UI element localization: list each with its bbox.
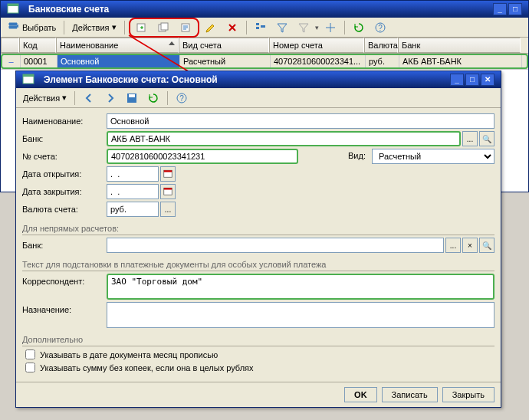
- grid-col-bank[interactable]: Банк: [398, 38, 521, 53]
- indirect-bank-label: Банк:: [22, 241, 107, 250]
- indirect-bank-input[interactable]: [107, 238, 444, 253]
- svg-rect-13: [23, 74, 34, 77]
- close-button[interactable]: Закрыть: [442, 387, 495, 402]
- svg-rect-7: [256, 27, 259, 29]
- grid-row[interactable]: – 00001 Основной Расчетный 4070281060002…: [1, 54, 528, 69]
- dialog-title: Элемент Банковские счета: Основной: [44, 74, 218, 85]
- delete-button[interactable]: [222, 19, 242, 36]
- ok-button[interactable]: OK: [344, 387, 377, 402]
- type-label: Вид:: [343, 149, 370, 164]
- correspondent-input[interactable]: [107, 274, 495, 300]
- indirect-bank-select-button[interactable]: ...: [445, 238, 461, 253]
- row-account: 40702810600023341...: [271, 55, 366, 67]
- open-date-label: Дата открытия:: [22, 169, 107, 179]
- row-type: Расчетный: [180, 55, 271, 67]
- svg-rect-4: [161, 23, 168, 30]
- dialog-help-button[interactable]: ?: [172, 90, 192, 107]
- svg-text:?: ?: [378, 24, 383, 32]
- grid-col-marker[interactable]: [1, 38, 19, 53]
- parent-title: Банковские счета: [28, 4, 109, 15]
- grid-col-account[interactable]: Номер счета: [269, 38, 364, 53]
- parent-titlebar: Банковские счета _ □: [1, 1, 528, 18]
- currency-input[interactable]: [107, 202, 159, 217]
- bank-input[interactable]: [107, 131, 461, 146]
- grid-header: Код Наименование Вид счета Номер счета В…: [1, 38, 528, 54]
- close-date-label: Дата закрытия:: [22, 187, 107, 196]
- grid-col-code[interactable]: Код: [19, 38, 56, 53]
- dialog-toolbar: Действия ▾ ?: [16, 88, 501, 108]
- account-input[interactable]: [107, 149, 298, 164]
- dialog-minimize-button[interactable]: _: [450, 74, 464, 86]
- dialog-titlebar: Элемент Банковские счета: Основной _ □ ✕: [16, 71, 501, 88]
- prev-button[interactable]: [79, 90, 99, 107]
- window-icon: [7, 2, 24, 17]
- next-button[interactable]: [100, 90, 120, 107]
- select-button[interactable]: Выбрать: [4, 19, 60, 36]
- dialog-window: Элемент Банковские счета: Основной _ □ ✕…: [15, 71, 501, 408]
- edit-button[interactable]: [201, 19, 221, 36]
- dialog-close-button[interactable]: ✕: [481, 74, 495, 86]
- copy-button[interactable]: [176, 19, 196, 36]
- section-subst: Текст для подстановки в платежные докуме…: [22, 255, 495, 271]
- parent-toolbar: Выбрать Действия ▾ ▾ ?: [1, 18, 528, 38]
- filter-button[interactable]: [272, 19, 292, 36]
- toolbar-separator: [246, 21, 247, 34]
- move-button[interactable]: [320, 19, 340, 36]
- dialog-button-bar: OK Записать Закрыть: [16, 382, 501, 407]
- sort-asc-icon: [169, 41, 175, 45]
- no-kopecks-checkbox[interactable]: [25, 363, 35, 372]
- close-date-picker[interactable]: [160, 184, 176, 199]
- svg-rect-1: [8, 4, 18, 6]
- open-date-input[interactable]: [107, 166, 159, 182]
- calendar-icon: [163, 186, 172, 195]
- close-date-input[interactable]: [107, 184, 159, 199]
- filter-off-button[interactable]: [294, 19, 314, 36]
- dialog-icon: [22, 73, 39, 87]
- grid-col-currency[interactable]: Валюта: [364, 38, 398, 53]
- toolbar-separator: [167, 91, 168, 105]
- refresh-button[interactable]: [349, 19, 369, 36]
- row-currency: руб.: [366, 55, 399, 67]
- toolbar-edit-group: [129, 18, 199, 38]
- dialog-maximize-button[interactable]: □: [465, 74, 479, 86]
- bank-select-button[interactable]: ...: [462, 131, 478, 146]
- save-icon-button[interactable]: [122, 90, 142, 107]
- refresh-icon-button[interactable]: [143, 90, 163, 107]
- svg-rect-8: [261, 25, 265, 28]
- svg-rect-15: [129, 94, 135, 97]
- chevron-down-icon: ▾: [62, 93, 67, 103]
- month-words-checkbox[interactable]: [25, 349, 35, 359]
- actions-menu[interactable]: Действия ▾: [68, 20, 120, 34]
- bank-label: Банк:: [22, 134, 107, 143]
- row-marker: –: [2, 55, 21, 67]
- open-date-picker[interactable]: [160, 166, 176, 182]
- add-button[interactable]: [132, 19, 152, 36]
- svg-rect-21: [164, 188, 172, 189]
- chevron-down-icon: ▾: [315, 24, 319, 31]
- indirect-bank-clear-button[interactable]: ×: [462, 238, 478, 253]
- section-additional: Дополнительно: [22, 330, 495, 346]
- type-select[interactable]: Расчетный: [372, 149, 495, 164]
- grid-col-name[interactable]: Наименование: [56, 38, 179, 53]
- indirect-bank-search-button[interactable]: 🔍: [479, 238, 495, 253]
- maximize-button[interactable]: □: [508, 3, 522, 15]
- select-icon: [8, 21, 20, 34]
- no-kopecks-label: Указывать сумму без копеек, если она в ц…: [40, 363, 254, 372]
- hierarchy-button[interactable]: [251, 19, 271, 36]
- toolbar-separator: [64, 21, 64, 34]
- dialog-actions-menu[interactable]: Действия ▾: [19, 90, 71, 105]
- toolbar-separator: [74, 91, 75, 105]
- name-input[interactable]: [107, 113, 495, 129]
- bank-search-button[interactable]: 🔍: [479, 131, 495, 146]
- help-button[interactable]: ?: [370, 19, 390, 36]
- correspondent-label: Корреспондент:: [22, 274, 107, 286]
- purpose-label: Назначение:: [22, 302, 107, 314]
- currency-select-button[interactable]: ...: [160, 202, 176, 217]
- purpose-input[interactable]: [107, 302, 495, 328]
- grid-col-type[interactable]: Вид счета: [179, 38, 269, 53]
- save-button[interactable]: Записать: [382, 387, 438, 402]
- svg-text:?: ?: [179, 94, 184, 103]
- minimize-button[interactable]: _: [493, 3, 507, 15]
- add-group-button[interactable]: [154, 19, 174, 36]
- account-label: № счета:: [22, 152, 107, 161]
